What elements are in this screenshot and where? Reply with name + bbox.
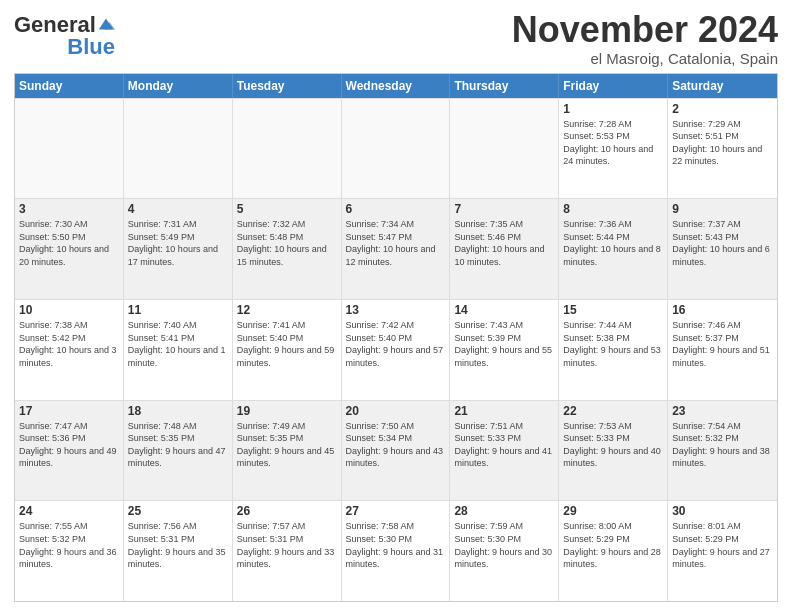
cell-day-number: 10 bbox=[19, 303, 119, 317]
cell-info: Sunrise: 7:31 AM Sunset: 5:49 PM Dayligh… bbox=[128, 218, 228, 268]
cell-day-number: 27 bbox=[346, 504, 446, 518]
cell-info: Sunrise: 7:53 AM Sunset: 5:33 PM Dayligh… bbox=[563, 420, 663, 470]
cell-info: Sunrise: 7:37 AM Sunset: 5:43 PM Dayligh… bbox=[672, 218, 773, 268]
calendar-cell: 1Sunrise: 7:28 AM Sunset: 5:53 PM Daylig… bbox=[559, 99, 668, 199]
calendar-cell: 13Sunrise: 7:42 AM Sunset: 5:40 PM Dayli… bbox=[342, 300, 451, 400]
calendar-cell: 5Sunrise: 7:32 AM Sunset: 5:48 PM Daylig… bbox=[233, 199, 342, 299]
calendar-row: 3Sunrise: 7:30 AM Sunset: 5:50 PM Daylig… bbox=[15, 198, 777, 299]
calendar-cell bbox=[15, 99, 124, 199]
cell-day-number: 14 bbox=[454, 303, 554, 317]
cell-day-number: 4 bbox=[128, 202, 228, 216]
calendar-cell: 3Sunrise: 7:30 AM Sunset: 5:50 PM Daylig… bbox=[15, 199, 124, 299]
cell-day-number: 3 bbox=[19, 202, 119, 216]
cell-info: Sunrise: 8:01 AM Sunset: 5:29 PM Dayligh… bbox=[672, 520, 773, 570]
cell-info: Sunrise: 7:35 AM Sunset: 5:46 PM Dayligh… bbox=[454, 218, 554, 268]
calendar-header-cell: Thursday bbox=[450, 74, 559, 98]
cell-day-number: 8 bbox=[563, 202, 663, 216]
calendar-cell: 24Sunrise: 7:55 AM Sunset: 5:32 PM Dayli… bbox=[15, 501, 124, 601]
calendar-cell: 21Sunrise: 7:51 AM Sunset: 5:33 PM Dayli… bbox=[450, 401, 559, 501]
calendar-cell: 2Sunrise: 7:29 AM Sunset: 5:51 PM Daylig… bbox=[668, 99, 777, 199]
cell-day-number: 29 bbox=[563, 504, 663, 518]
calendar-cell: 17Sunrise: 7:47 AM Sunset: 5:36 PM Dayli… bbox=[15, 401, 124, 501]
cell-info: Sunrise: 7:51 AM Sunset: 5:33 PM Dayligh… bbox=[454, 420, 554, 470]
cell-day-number: 21 bbox=[454, 404, 554, 418]
logo-blue-text: Blue bbox=[67, 36, 115, 58]
cell-day-number: 17 bbox=[19, 404, 119, 418]
cell-info: Sunrise: 7:55 AM Sunset: 5:32 PM Dayligh… bbox=[19, 520, 119, 570]
cell-info: Sunrise: 7:50 AM Sunset: 5:34 PM Dayligh… bbox=[346, 420, 446, 470]
cell-day-number: 12 bbox=[237, 303, 337, 317]
calendar-cell: 7Sunrise: 7:35 AM Sunset: 5:46 PM Daylig… bbox=[450, 199, 559, 299]
cell-info: Sunrise: 7:38 AM Sunset: 5:42 PM Dayligh… bbox=[19, 319, 119, 369]
calendar-cell: 10Sunrise: 7:38 AM Sunset: 5:42 PM Dayli… bbox=[15, 300, 124, 400]
cell-day-number: 2 bbox=[672, 102, 773, 116]
cell-info: Sunrise: 7:41 AM Sunset: 5:40 PM Dayligh… bbox=[237, 319, 337, 369]
cell-day-number: 15 bbox=[563, 303, 663, 317]
cell-day-number: 23 bbox=[672, 404, 773, 418]
cell-info: Sunrise: 7:58 AM Sunset: 5:30 PM Dayligh… bbox=[346, 520, 446, 570]
logo-icon bbox=[97, 15, 115, 33]
calendar-cell: 22Sunrise: 7:53 AM Sunset: 5:33 PM Dayli… bbox=[559, 401, 668, 501]
cell-info: Sunrise: 8:00 AM Sunset: 5:29 PM Dayligh… bbox=[563, 520, 663, 570]
calendar-header-cell: Monday bbox=[124, 74, 233, 98]
calendar-header-cell: Wednesday bbox=[342, 74, 451, 98]
cell-info: Sunrise: 7:57 AM Sunset: 5:31 PM Dayligh… bbox=[237, 520, 337, 570]
cell-day-number: 24 bbox=[19, 504, 119, 518]
cell-info: Sunrise: 7:59 AM Sunset: 5:30 PM Dayligh… bbox=[454, 520, 554, 570]
page: General Blue November 2024 el Masroig, C… bbox=[0, 0, 792, 612]
cell-info: Sunrise: 7:48 AM Sunset: 5:35 PM Dayligh… bbox=[128, 420, 228, 470]
title-block: November 2024 el Masroig, Catalonia, Spa… bbox=[512, 10, 778, 67]
calendar-cell: 12Sunrise: 7:41 AM Sunset: 5:40 PM Dayli… bbox=[233, 300, 342, 400]
cell-day-number: 25 bbox=[128, 504, 228, 518]
logo-general-text: General bbox=[14, 14, 96, 36]
calendar-cell: 19Sunrise: 7:49 AM Sunset: 5:35 PM Dayli… bbox=[233, 401, 342, 501]
cell-info: Sunrise: 7:43 AM Sunset: 5:39 PM Dayligh… bbox=[454, 319, 554, 369]
calendar-cell: 20Sunrise: 7:50 AM Sunset: 5:34 PM Dayli… bbox=[342, 401, 451, 501]
calendar-cell bbox=[450, 99, 559, 199]
cell-info: Sunrise: 7:30 AM Sunset: 5:50 PM Dayligh… bbox=[19, 218, 119, 268]
calendar-cell bbox=[342, 99, 451, 199]
cell-info: Sunrise: 7:36 AM Sunset: 5:44 PM Dayligh… bbox=[563, 218, 663, 268]
calendar-header-cell: Saturday bbox=[668, 74, 777, 98]
calendar-cell bbox=[233, 99, 342, 199]
cell-day-number: 6 bbox=[346, 202, 446, 216]
calendar-cell: 27Sunrise: 7:58 AM Sunset: 5:30 PM Dayli… bbox=[342, 501, 451, 601]
cell-day-number: 1 bbox=[563, 102, 663, 116]
calendar-header-cell: Tuesday bbox=[233, 74, 342, 98]
cell-day-number: 16 bbox=[672, 303, 773, 317]
calendar-cell: 25Sunrise: 7:56 AM Sunset: 5:31 PM Dayli… bbox=[124, 501, 233, 601]
month-title: November 2024 bbox=[512, 10, 778, 50]
calendar-row: 10Sunrise: 7:38 AM Sunset: 5:42 PM Dayli… bbox=[15, 299, 777, 400]
cell-day-number: 18 bbox=[128, 404, 228, 418]
calendar: SundayMondayTuesdayWednesdayThursdayFrid… bbox=[14, 73, 778, 602]
cell-info: Sunrise: 7:42 AM Sunset: 5:40 PM Dayligh… bbox=[346, 319, 446, 369]
cell-day-number: 22 bbox=[563, 404, 663, 418]
cell-day-number: 11 bbox=[128, 303, 228, 317]
calendar-cell bbox=[124, 99, 233, 199]
cell-day-number: 28 bbox=[454, 504, 554, 518]
calendar-cell: 14Sunrise: 7:43 AM Sunset: 5:39 PM Dayli… bbox=[450, 300, 559, 400]
calendar-cell: 16Sunrise: 7:46 AM Sunset: 5:37 PM Dayli… bbox=[668, 300, 777, 400]
cell-info: Sunrise: 7:29 AM Sunset: 5:51 PM Dayligh… bbox=[672, 118, 773, 168]
calendar-cell: 18Sunrise: 7:48 AM Sunset: 5:35 PM Dayli… bbox=[124, 401, 233, 501]
cell-info: Sunrise: 7:49 AM Sunset: 5:35 PM Dayligh… bbox=[237, 420, 337, 470]
cell-day-number: 20 bbox=[346, 404, 446, 418]
calendar-cell: 9Sunrise: 7:37 AM Sunset: 5:43 PM Daylig… bbox=[668, 199, 777, 299]
calendar-header-cell: Friday bbox=[559, 74, 668, 98]
cell-day-number: 7 bbox=[454, 202, 554, 216]
calendar-header-row: SundayMondayTuesdayWednesdayThursdayFrid… bbox=[15, 74, 777, 98]
cell-info: Sunrise: 7:47 AM Sunset: 5:36 PM Dayligh… bbox=[19, 420, 119, 470]
calendar-cell: 29Sunrise: 8:00 AM Sunset: 5:29 PM Dayli… bbox=[559, 501, 668, 601]
cell-day-number: 9 bbox=[672, 202, 773, 216]
cell-info: Sunrise: 7:40 AM Sunset: 5:41 PM Dayligh… bbox=[128, 319, 228, 369]
cell-day-number: 13 bbox=[346, 303, 446, 317]
cell-day-number: 30 bbox=[672, 504, 773, 518]
calendar-cell: 30Sunrise: 8:01 AM Sunset: 5:29 PM Dayli… bbox=[668, 501, 777, 601]
calendar-cell: 28Sunrise: 7:59 AM Sunset: 5:30 PM Dayli… bbox=[450, 501, 559, 601]
calendar-cell: 26Sunrise: 7:57 AM Sunset: 5:31 PM Dayli… bbox=[233, 501, 342, 601]
calendar-cell: 15Sunrise: 7:44 AM Sunset: 5:38 PM Dayli… bbox=[559, 300, 668, 400]
cell-info: Sunrise: 7:56 AM Sunset: 5:31 PM Dayligh… bbox=[128, 520, 228, 570]
cell-info: Sunrise: 7:28 AM Sunset: 5:53 PM Dayligh… bbox=[563, 118, 663, 168]
calendar-row: 1Sunrise: 7:28 AM Sunset: 5:53 PM Daylig… bbox=[15, 98, 777, 199]
cell-info: Sunrise: 7:32 AM Sunset: 5:48 PM Dayligh… bbox=[237, 218, 337, 268]
